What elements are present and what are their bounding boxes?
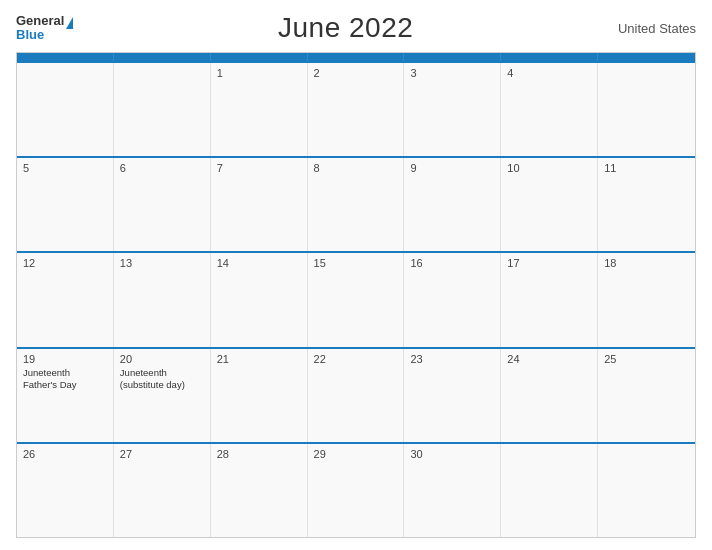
week-row-2: 567891011 [17,156,695,251]
day-number: 17 [507,257,591,269]
day-number: 9 [410,162,494,174]
day-number: 12 [23,257,107,269]
day-number: 13 [120,257,204,269]
day-cell: 12 [17,253,114,346]
day-cell [501,444,598,537]
day-cell: 10 [501,158,598,251]
header: General Blue June 2022 United States [16,12,696,44]
day-number: 1 [217,67,301,79]
day-number: 28 [217,448,301,460]
day-number: 24 [507,353,591,365]
day-number: 3 [410,67,494,79]
day-number: 10 [507,162,591,174]
day-cell: 11 [598,158,695,251]
day-cell: 23 [404,349,501,442]
day-cell: 6 [114,158,211,251]
header-thursday [404,53,501,61]
day-cell [598,444,695,537]
day-cell: 3 [404,63,501,156]
day-number: 18 [604,257,689,269]
day-number: 8 [314,162,398,174]
day-number: 22 [314,353,398,365]
week-row-4: 19JuneteenthFather's Day20Juneteenth(sub… [17,347,695,442]
country-label: United States [618,21,696,36]
day-number: 30 [410,448,494,460]
day-cell [598,63,695,156]
day-cell: 19JuneteenthFather's Day [17,349,114,442]
logo: General Blue [16,14,73,42]
day-number: 21 [217,353,301,365]
day-cell: 1 [211,63,308,156]
day-number: 6 [120,162,204,174]
day-cell: 21 [211,349,308,442]
day-cell: 20Juneteenth(substitute day) [114,349,211,442]
day-cell: 26 [17,444,114,537]
week-row-5: 2627282930 [17,442,695,537]
day-number: 7 [217,162,301,174]
day-number: 23 [410,353,494,365]
day-cell: 17 [501,253,598,346]
day-number: 5 [23,162,107,174]
day-number: 26 [23,448,107,460]
day-number: 11 [604,162,689,174]
day-number: 2 [314,67,398,79]
day-headers [17,53,695,61]
day-cell: 29 [308,444,405,537]
day-cell: 9 [404,158,501,251]
header-friday [501,53,598,61]
day-cell: 28 [211,444,308,537]
day-number: 25 [604,353,689,365]
day-event: Juneteenth [23,367,107,379]
day-number: 16 [410,257,494,269]
day-cell: 24 [501,349,598,442]
day-cell: 18 [598,253,695,346]
weeks-container: 12345678910111213141516171819JuneteenthF… [17,61,695,537]
page: General Blue June 2022 United States 123… [0,0,712,550]
day-cell [17,63,114,156]
header-monday [114,53,211,61]
day-number: 29 [314,448,398,460]
day-cell: 30 [404,444,501,537]
day-cell: 14 [211,253,308,346]
day-cell: 16 [404,253,501,346]
day-cell: 4 [501,63,598,156]
month-title: June 2022 [278,12,413,44]
day-number: 4 [507,67,591,79]
day-cell: 25 [598,349,695,442]
day-cell [114,63,211,156]
calendar: 12345678910111213141516171819JuneteenthF… [16,52,696,538]
header-saturday [598,53,695,61]
week-row-3: 12131415161718 [17,251,695,346]
day-cell: 2 [308,63,405,156]
week-row-1: 1234 [17,61,695,156]
day-cell: 22 [308,349,405,442]
day-cell: 5 [17,158,114,251]
logo-blue-text: Blue [16,28,73,42]
header-sunday [17,53,114,61]
day-event: (substitute day) [120,379,204,391]
day-cell: 13 [114,253,211,346]
day-cell: 15 [308,253,405,346]
day-cell: 27 [114,444,211,537]
day-event: Juneteenth [120,367,204,379]
day-number: 14 [217,257,301,269]
day-cell: 7 [211,158,308,251]
day-number: 19 [23,353,107,365]
header-tuesday [211,53,308,61]
day-number: 27 [120,448,204,460]
day-number: 20 [120,353,204,365]
header-wednesday [308,53,405,61]
day-number: 15 [314,257,398,269]
day-event: Father's Day [23,379,107,391]
day-cell: 8 [308,158,405,251]
